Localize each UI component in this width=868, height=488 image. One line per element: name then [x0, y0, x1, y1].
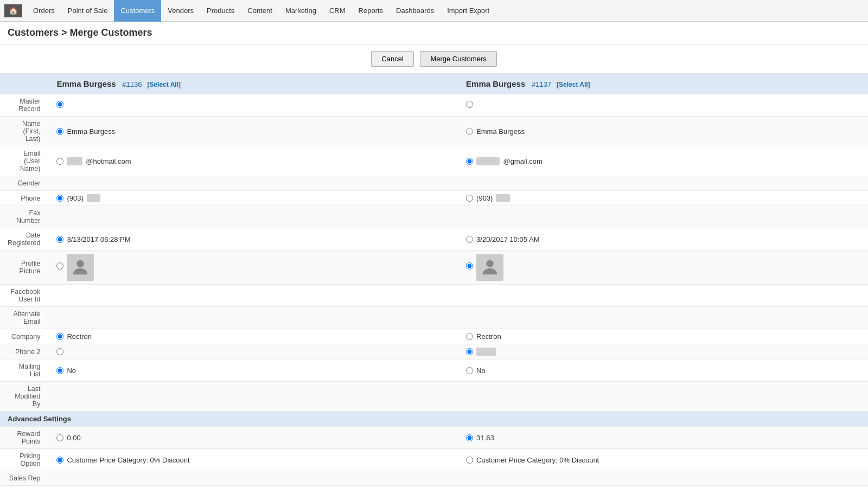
- right-pricing-radio[interactable]: [466, 457, 473, 464]
- right-date-value: 3/20/2017 10:05 AM: [476, 235, 539, 243]
- nav-products[interactable]: Products: [200, 0, 241, 22]
- svg-point-1: [486, 260, 493, 267]
- label-credit-limit: Credit Limit: [0, 486, 49, 489]
- row-name: Name (First, Last) Emma Burgess Emma Bur…: [0, 117, 868, 146]
- right-pricing-value: Customer Price Category: 0% Discount: [476, 456, 599, 464]
- left-customer-id[interactable]: #1136: [122, 80, 142, 88]
- left-name-radio[interactable]: [56, 128, 63, 135]
- left-select-all[interactable]: [Select All]: [147, 81, 181, 88]
- label-email: Email (User Name): [0, 146, 49, 176]
- left-pricing-cell: Customer Price Category: 0% Discount: [49, 449, 458, 471]
- row-gender: Gender: [0, 176, 868, 191]
- label-last-modified: Last Modified By: [0, 382, 49, 412]
- left-phone-radio[interactable]: [56, 195, 63, 202]
- label-facebook: Facebook User Id: [0, 285, 49, 307]
- left-company-value: Rectron: [67, 332, 92, 341]
- row-company: Company Rectron Rectron: [0, 329, 868, 344]
- right-company-radio[interactable]: [466, 333, 473, 340]
- left-mailing-radio[interactable]: [56, 367, 63, 374]
- left-name-cell: Emma Burgess: [49, 117, 458, 146]
- left-mailing-cell: No: [49, 359, 458, 382]
- nav-customers[interactable]: Customers: [114, 0, 161, 22]
- merge-customers-button[interactable]: Merge Customers: [420, 51, 496, 67]
- right-name-value: Emma Burgess: [476, 127, 525, 136]
- right-customer-id[interactable]: #1137: [532, 80, 551, 88]
- label-profile-picture: Profile Picture: [0, 251, 49, 285]
- right-date-radio[interactable]: [466, 236, 473, 243]
- right-phone-radio[interactable]: [466, 195, 473, 202]
- row-reward-points: Reward Points 0.00 31.63: [0, 427, 868, 449]
- label-master-record: Master Record: [0, 94, 49, 117]
- row-mailing-list: Mailing List No No: [0, 359, 868, 382]
- left-company-radio[interactable]: [56, 333, 63, 340]
- advanced-settings-header: Advanced Settings: [0, 412, 868, 427]
- nav-reports[interactable]: Reports: [352, 0, 390, 22]
- left-profile-picture: [67, 254, 94, 281]
- right-select-all[interactable]: [Select All]: [557, 81, 590, 88]
- row-fax: Fax Number: [0, 206, 868, 228]
- advanced-settings-label: Advanced Settings: [0, 412, 868, 427]
- left-email-domain: @hotmail.com: [86, 157, 131, 165]
- left-profile-radio[interactable]: [56, 262, 63, 269]
- right-master-record-radio[interactable]: [466, 101, 473, 108]
- right-phone2-radio[interactable]: [466, 348, 473, 355]
- right-phone2-cell: [458, 344, 868, 359]
- right-phone2-blurred: [476, 348, 496, 356]
- left-email-radio[interactable]: [56, 158, 63, 165]
- right-reward-radio[interactable]: [466, 434, 473, 441]
- left-gender-cell: [49, 176, 458, 191]
- right-mailing-radio[interactable]: [466, 367, 473, 374]
- left-reward-value: 0.00: [67, 434, 80, 442]
- label-phone: Phone: [0, 191, 49, 206]
- nav-crm[interactable]: CRM: [323, 0, 352, 22]
- row-phone: Phone (903) (903): [0, 191, 868, 206]
- cancel-button[interactable]: Cancel: [371, 51, 413, 67]
- left-master-record-radio[interactable]: [56, 101, 63, 108]
- row-phone2: Phone 2: [0, 344, 868, 359]
- nav-content[interactable]: Content: [241, 0, 279, 22]
- left-date-radio[interactable]: [56, 236, 63, 243]
- right-mailing-cell: No: [458, 359, 868, 382]
- left-last-modified-cell: [49, 382, 458, 412]
- right-email-radio[interactable]: [466, 158, 473, 165]
- label-reward-points: Reward Points: [0, 427, 49, 449]
- right-phone-area: (903): [476, 194, 493, 202]
- row-email: Email (User Name) @hotmail.com @gmail.co…: [0, 146, 868, 176]
- nav-vendors[interactable]: Vendors: [161, 0, 200, 22]
- right-pricing-cell: Customer Price Category: 0% Discount: [458, 449, 868, 471]
- right-customer-header: Emma Burgess #1137 [Select All]: [458, 74, 868, 94]
- row-facebook: Facebook User Id: [0, 285, 868, 307]
- left-fax-cell: [49, 206, 458, 228]
- left-company-cell: Rectron: [49, 329, 458, 344]
- label-date-registered: Date Registered: [0, 228, 49, 251]
- label-name: Name (First, Last): [0, 117, 49, 146]
- left-name-value: Emma Burgess: [67, 127, 115, 136]
- label-alternate-email: Alternate Email: [0, 307, 49, 329]
- right-name-radio[interactable]: [466, 128, 473, 135]
- right-master-record: [458, 94, 868, 117]
- home-button[interactable]: 🏠: [4, 4, 22, 17]
- right-sales-rep-cell: [458, 471, 868, 486]
- breadcrumb-parent[interactable]: Customers: [8, 27, 59, 38]
- left-date-value: 3/13/2017 06:28 PM: [67, 235, 130, 243]
- right-profile-picture: [476, 254, 503, 281]
- nav-dashboards[interactable]: Dashboards: [390, 0, 441, 22]
- left-reward-radio[interactable]: [56, 434, 63, 441]
- left-facebook-cell: [49, 285, 458, 307]
- nav-import-export[interactable]: Import Export: [441, 0, 496, 22]
- right-profile-radio[interactable]: [466, 262, 473, 269]
- left-pricing-radio[interactable]: [56, 457, 63, 464]
- nav-orders[interactable]: Orders: [27, 0, 61, 22]
- nav-point-of-sale[interactable]: Point of Sale: [61, 0, 114, 22]
- left-phone2-radio[interactable]: [56, 348, 63, 355]
- nav-marketing[interactable]: Marketing: [279, 0, 323, 22]
- right-alt-email-cell: [458, 307, 868, 329]
- right-phone-cell: (903): [458, 191, 868, 206]
- left-phone-area: (903): [67, 194, 83, 202]
- label-pricing-option: Pricing Option: [0, 449, 49, 471]
- right-email-domain: @gmail.com: [503, 157, 542, 165]
- label-fax: Fax Number: [0, 206, 49, 228]
- right-reward-cell: 31.63: [458, 427, 868, 449]
- right-mailing-value: No: [476, 367, 486, 375]
- left-phone-blurred: [87, 194, 100, 202]
